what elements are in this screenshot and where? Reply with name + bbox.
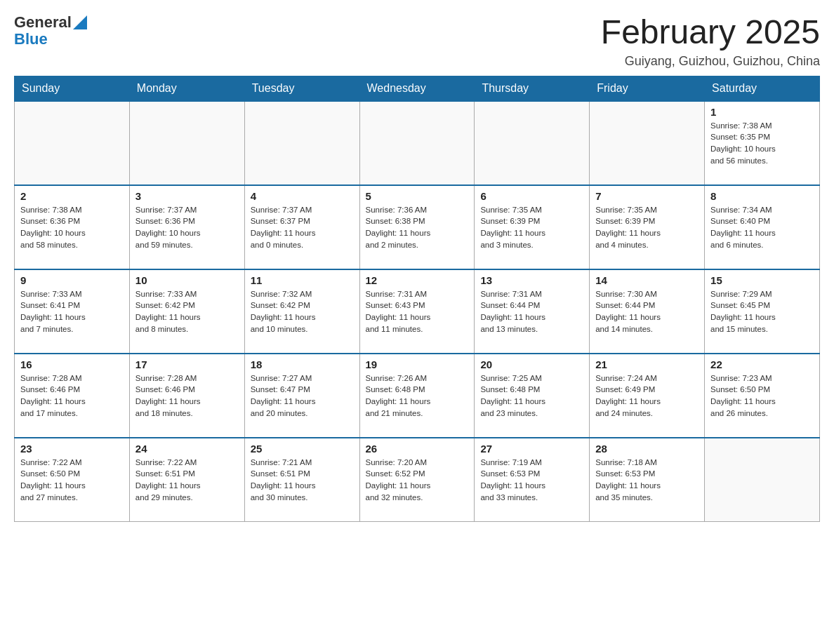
day-number: 18 — [251, 358, 354, 370]
calendar-day-cell: 17Sunrise: 7:28 AM Sunset: 6:46 PM Dayli… — [129, 354, 244, 438]
day-info: Sunrise: 7:30 AM Sunset: 6:44 PM Dayligh… — [595, 288, 699, 335]
day-number: 21 — [595, 358, 699, 370]
calendar-day-cell — [475, 101, 590, 185]
calendar-day-cell: 12Sunrise: 7:31 AM Sunset: 6:43 PM Dayli… — [359, 269, 475, 354]
day-info: Sunrise: 7:28 AM Sunset: 6:46 PM Dayligh… — [135, 373, 239, 420]
day-info: Sunrise: 7:31 AM Sunset: 6:44 PM Dayligh… — [480, 288, 583, 335]
day-number: 23 — [20, 443, 124, 455]
logo: General Blue — [14, 14, 87, 48]
calendar-week-row: 2Sunrise: 7:38 AM Sunset: 6:36 PM Daylig… — [15, 185, 820, 269]
calendar-day-cell: 22Sunrise: 7:23 AM Sunset: 6:50 PM Dayli… — [705, 354, 820, 438]
day-number: 15 — [710, 274, 814, 286]
day-info: Sunrise: 7:34 AM Sunset: 6:40 PM Dayligh… — [710, 204, 814, 251]
day-info: Sunrise: 7:27 AM Sunset: 6:47 PM Dayligh… — [251, 373, 354, 420]
calendar-day-cell: 7Sunrise: 7:35 AM Sunset: 6:39 PM Daylig… — [590, 185, 705, 269]
day-info: Sunrise: 7:18 AM Sunset: 6:53 PM Dayligh… — [595, 457, 699, 504]
calendar-header-friday: Friday — [590, 76, 705, 101]
day-info: Sunrise: 7:22 AM Sunset: 6:50 PM Dayligh… — [20, 457, 124, 504]
calendar-day-cell: 23Sunrise: 7:22 AM Sunset: 6:50 PM Dayli… — [15, 438, 130, 522]
day-number: 8 — [710, 190, 814, 202]
calendar-day-cell: 14Sunrise: 7:30 AM Sunset: 6:44 PM Dayli… — [590, 269, 705, 354]
day-info: Sunrise: 7:37 AM Sunset: 6:36 PM Dayligh… — [135, 204, 239, 251]
calendar-day-cell: 1Sunrise: 7:38 AM Sunset: 6:35 PM Daylig… — [705, 101, 820, 185]
day-number: 2 — [20, 190, 124, 202]
logo-icon — [73, 15, 87, 29]
calendar-day-cell: 5Sunrise: 7:36 AM Sunset: 6:38 PM Daylig… — [359, 185, 475, 269]
calendar-header-tuesday: Tuesday — [244, 76, 359, 101]
day-number: 5 — [366, 190, 469, 202]
calendar-header-wednesday: Wednesday — [359, 76, 475, 101]
calendar-week-row: 23Sunrise: 7:22 AM Sunset: 6:50 PM Dayli… — [15, 438, 820, 522]
day-info: Sunrise: 7:32 AM Sunset: 6:42 PM Dayligh… — [251, 288, 354, 335]
calendar-day-cell: 3Sunrise: 7:37 AM Sunset: 6:36 PM Daylig… — [129, 185, 244, 269]
day-number: 14 — [595, 274, 699, 286]
calendar-header-row: SundayMondayTuesdayWednesdayThursdayFrid… — [15, 76, 820, 101]
calendar-day-cell: 24Sunrise: 7:22 AM Sunset: 6:51 PM Dayli… — [129, 438, 244, 522]
calendar-day-cell — [590, 101, 705, 185]
day-info: Sunrise: 7:19 AM Sunset: 6:53 PM Dayligh… — [480, 457, 583, 504]
day-number: 25 — [251, 443, 354, 455]
calendar-day-cell: 13Sunrise: 7:31 AM Sunset: 6:44 PM Dayli… — [475, 269, 590, 354]
calendar-day-cell: 27Sunrise: 7:19 AM Sunset: 6:53 PM Dayli… — [475, 438, 590, 522]
day-number: 11 — [251, 274, 354, 286]
calendar-day-cell: 6Sunrise: 7:35 AM Sunset: 6:39 PM Daylig… — [475, 185, 590, 269]
day-info: Sunrise: 7:28 AM Sunset: 6:46 PM Dayligh… — [20, 373, 124, 420]
calendar-day-cell: 4Sunrise: 7:37 AM Sunset: 6:37 PM Daylig… — [244, 185, 359, 269]
logo-blue-text: Blue — [14, 31, 87, 48]
calendar-day-cell: 9Sunrise: 7:33 AM Sunset: 6:41 PM Daylig… — [15, 269, 130, 354]
day-info: Sunrise: 7:20 AM Sunset: 6:52 PM Dayligh… — [366, 457, 469, 504]
calendar-day-cell: 21Sunrise: 7:24 AM Sunset: 6:49 PM Dayli… — [590, 354, 705, 438]
day-info: Sunrise: 7:26 AM Sunset: 6:48 PM Dayligh… — [366, 373, 469, 420]
calendar-day-cell: 10Sunrise: 7:33 AM Sunset: 6:42 PM Dayli… — [129, 269, 244, 354]
calendar-day-cell: 19Sunrise: 7:26 AM Sunset: 6:48 PM Dayli… — [359, 354, 475, 438]
calendar-week-row: 16Sunrise: 7:28 AM Sunset: 6:46 PM Dayli… — [15, 354, 820, 438]
day-info: Sunrise: 7:38 AM Sunset: 6:36 PM Dayligh… — [20, 204, 124, 251]
day-info: Sunrise: 7:33 AM Sunset: 6:41 PM Dayligh… — [20, 288, 124, 335]
calendar-day-cell: 20Sunrise: 7:25 AM Sunset: 6:48 PM Dayli… — [475, 354, 590, 438]
day-info: Sunrise: 7:33 AM Sunset: 6:42 PM Dayligh… — [135, 288, 239, 335]
day-number: 3 — [135, 190, 239, 202]
calendar-day-cell: 15Sunrise: 7:29 AM Sunset: 6:45 PM Dayli… — [705, 269, 820, 354]
day-info: Sunrise: 7:25 AM Sunset: 6:48 PM Dayligh… — [480, 373, 583, 420]
day-number: 28 — [595, 443, 699, 455]
calendar-day-cell: 26Sunrise: 7:20 AM Sunset: 6:52 PM Dayli… — [359, 438, 475, 522]
calendar-header-monday: Monday — [129, 76, 244, 101]
calendar-day-cell — [244, 101, 359, 185]
day-number: 1 — [710, 106, 814, 118]
day-info: Sunrise: 7:31 AM Sunset: 6:43 PM Dayligh… — [366, 288, 469, 335]
calendar-day-cell: 2Sunrise: 7:38 AM Sunset: 6:36 PM Daylig… — [15, 185, 130, 269]
day-number: 20 — [480, 358, 583, 370]
calendar-day-cell: 16Sunrise: 7:28 AM Sunset: 6:46 PM Dayli… — [15, 354, 130, 438]
day-number: 16 — [20, 358, 124, 370]
logo-general-text: General — [14, 14, 72, 31]
calendar-header-sunday: Sunday — [15, 76, 130, 101]
day-number: 7 — [595, 190, 699, 202]
day-info: Sunrise: 7:36 AM Sunset: 6:38 PM Dayligh… — [366, 204, 469, 251]
calendar-day-cell — [359, 101, 475, 185]
calendar-day-cell: 28Sunrise: 7:18 AM Sunset: 6:53 PM Dayli… — [590, 438, 705, 522]
calendar-header-saturday: Saturday — [705, 76, 820, 101]
day-info: Sunrise: 7:37 AM Sunset: 6:37 PM Dayligh… — [251, 204, 354, 251]
calendar-week-row: 9Sunrise: 7:33 AM Sunset: 6:41 PM Daylig… — [15, 269, 820, 354]
day-number: 17 — [135, 358, 239, 370]
day-number: 26 — [366, 443, 469, 455]
day-info: Sunrise: 7:21 AM Sunset: 6:51 PM Dayligh… — [251, 457, 354, 504]
day-info: Sunrise: 7:23 AM Sunset: 6:50 PM Dayligh… — [710, 373, 814, 420]
day-number: 27 — [480, 443, 583, 455]
month-title: February 2025 — [601, 14, 820, 51]
day-number: 6 — [480, 190, 583, 202]
calendar-header-thursday: Thursday — [475, 76, 590, 101]
calendar-day-cell: 8Sunrise: 7:34 AM Sunset: 6:40 PM Daylig… — [705, 185, 820, 269]
svg-marker-0 — [73, 15, 87, 29]
day-info: Sunrise: 7:35 AM Sunset: 6:39 PM Dayligh… — [595, 204, 699, 251]
calendar-day-cell: 11Sunrise: 7:32 AM Sunset: 6:42 PM Dayli… — [244, 269, 359, 354]
calendar-day-cell: 25Sunrise: 7:21 AM Sunset: 6:51 PM Dayli… — [244, 438, 359, 522]
day-number: 10 — [135, 274, 239, 286]
page-header: General Blue February 2025 Guiyang, Guiz… — [14, 14, 820, 69]
day-info: Sunrise: 7:29 AM Sunset: 6:45 PM Dayligh… — [710, 288, 814, 335]
day-number: 24 — [135, 443, 239, 455]
day-info: Sunrise: 7:22 AM Sunset: 6:51 PM Dayligh… — [135, 457, 239, 504]
day-number: 12 — [366, 274, 469, 286]
day-number: 13 — [480, 274, 583, 286]
title-block: February 2025 Guiyang, Guizhou, Guizhou,… — [601, 14, 820, 69]
